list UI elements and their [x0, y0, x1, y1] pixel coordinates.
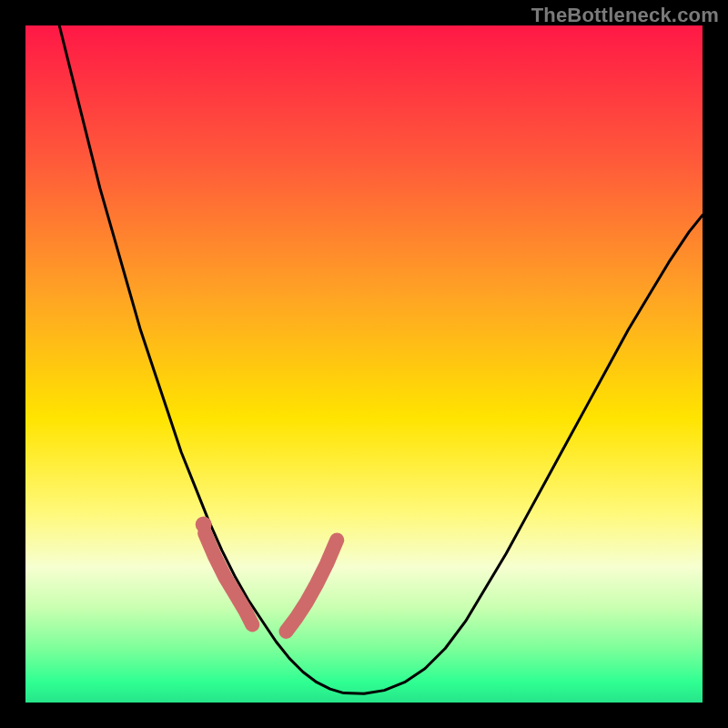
- chart-svg: [25, 25, 703, 703]
- highlight-dot: [196, 516, 212, 532]
- chart-plot-area: [25, 25, 703, 703]
- watermark-text: TheBottleneck.com: [531, 4, 719, 27]
- chart-frame: TheBottleneck.com: [0, 0, 728, 728]
- gradient-background: [25, 25, 703, 703]
